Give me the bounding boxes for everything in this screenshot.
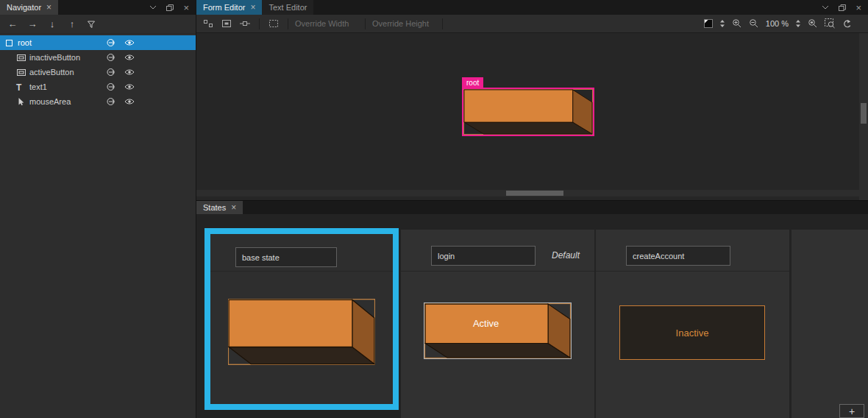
zoom-controls: 100 % — [704, 18, 864, 29]
panel-menu-chevron-icon[interactable] — [822, 5, 829, 10]
card-separator — [596, 271, 789, 272]
state-name-field[interactable]: base state — [235, 247, 337, 267]
reset-view-icon[interactable] — [842, 19, 853, 29]
mouse-area-cursor-icon — [16, 97, 26, 107]
tree-item-activeButton[interactable]: activeButton — [0, 65, 196, 79]
canvas-hscrollbar[interactable] — [196, 190, 859, 196]
form-editor-canvas[interactable]: root — [196, 33, 868, 200]
state-thumbnail-createAccount[interactable]: Inactive — [619, 305, 765, 360]
state-card-createAccount[interactable]: createAccount Inactive — [596, 230, 789, 418]
no-snapping-icon[interactable] — [201, 19, 216, 28]
snap-with-anchors-icon[interactable] — [238, 19, 252, 28]
tree-item-label: text1 — [29, 82, 47, 91]
close-panel-icon[interactable]: × — [855, 2, 861, 13]
tab-form-editor[interactable]: Form Editor × — [196, 0, 262, 15]
navigator-tabstrip: Navigator × × — [0, 0, 196, 15]
state-name-field[interactable]: createAccount — [626, 246, 730, 266]
base-button-graphic — [228, 299, 375, 365]
zoom-fit-icon[interactable] — [825, 18, 836, 29]
toolbar-separator — [442, 18, 443, 29]
tab-form-editor-close-icon[interactable]: × — [250, 3, 255, 12]
override-width-input[interactable] — [295, 19, 358, 28]
visibility-eye-icon[interactable] — [124, 39, 135, 46]
visibility-eye-icon[interactable] — [124, 68, 135, 76]
vscrollbar-thumb[interactable] — [861, 103, 867, 124]
navigator-strip-icons: × — [143, 0, 196, 15]
state-card-login[interactable]: login Default Active — [401, 230, 594, 418]
rectangle-item-icon — [4, 38, 15, 48]
state-name-field[interactable]: login — [431, 246, 536, 266]
export-toggle-icon[interactable] — [106, 38, 116, 47]
selected-item-root[interactable]: root — [462, 88, 594, 136]
tab-navigator[interactable]: Navigator × — [0, 0, 58, 15]
tree-item-label: activeButton — [29, 68, 74, 77]
tab-states-close-icon[interactable]: × — [231, 203, 236, 212]
tree-item-inactiveButton[interactable]: inactiveButton — [0, 50, 196, 65]
text-item-icon: T — [16, 82, 26, 93]
state-card-empty[interactable] — [791, 230, 868, 418]
panel-menu-chevron-icon[interactable] — [149, 5, 157, 10]
tab-text-editor-label: Text Editor — [268, 3, 307, 12]
tab-states-label: States — [203, 203, 226, 212]
tab-form-editor-label: Form Editor — [203, 3, 245, 12]
states-tabstrip: States × — [196, 200, 868, 214]
editor-strip-icons: × — [815, 0, 868, 15]
root-button-graphic — [463, 89, 593, 135]
active-button-label: Active — [424, 303, 547, 344]
tab-navigator-close-icon[interactable]: × — [46, 3, 51, 12]
editor-tabstrip: Form Editor × Text Editor × — [196, 0, 868, 15]
filter-icon[interactable] — [87, 20, 97, 29]
close-panel-icon[interactable]: × — [183, 2, 189, 13]
navigator-panel: Navigator × × ← → ↓ ↑ root — [0, 0, 196, 418]
hscrollbar-thumb[interactable] — [506, 191, 563, 196]
toolbar-separator — [365, 18, 366, 29]
nav-back-icon[interactable]: ← — [7, 18, 18, 29]
default-state-badge: Default — [552, 250, 580, 261]
tab-text-editor[interactable]: Text Editor — [262, 0, 313, 15]
visibility-eye-icon[interactable] — [124, 83, 135, 91]
show-bounding-rects-icon[interactable] — [266, 19, 281, 28]
tree-item-mouseArea[interactable]: mouseArea — [0, 94, 196, 109]
swatch-stepper-icon[interactable] — [719, 19, 725, 28]
nav-move-down-icon[interactable]: ↓ — [47, 18, 57, 29]
card-separator — [210, 271, 393, 272]
export-toggle-icon[interactable] — [106, 82, 116, 91]
form-editor-toolbar: 100 % — [196, 15, 868, 33]
override-height-input[interactable] — [372, 19, 435, 28]
export-toggle-icon[interactable] — [106, 53, 116, 62]
states-strip: base state login Default — [196, 214, 868, 418]
zoom-stepper-icon[interactable] — [795, 19, 801, 28]
zoom-level-value[interactable]: 100 % — [766, 19, 789, 28]
tree-item-text1[interactable]: T text1 — [0, 79, 196, 94]
tab-states[interactable]: States × — [196, 201, 243, 214]
navigator-tree: root inactiveButton activeBu — [0, 35, 196, 109]
toolbar-separator — [288, 18, 288, 29]
canvas-vscrollbar[interactable] — [859, 33, 868, 200]
snap-to-parent-icon[interactable] — [219, 19, 234, 28]
float-panel-icon[interactable] — [838, 4, 847, 12]
export-toggle-icon[interactable] — [106, 97, 116, 106]
export-toggle-icon[interactable] — [106, 68, 116, 77]
border-image-icon — [16, 68, 26, 77]
state-name-text: base state — [242, 253, 280, 262]
selection-label: root — [462, 77, 483, 89]
tree-item-label: inactiveButton — [29, 53, 80, 62]
nav-forward-icon[interactable]: → — [27, 18, 38, 29]
inactive-button-label: Inactive — [676, 327, 709, 339]
zoom-selection-icon[interactable] — [808, 18, 818, 29]
state-name-text: login — [438, 252, 455, 261]
card-separator — [401, 271, 594, 272]
zoom-in-icon[interactable] — [732, 18, 742, 29]
add-state-button[interactable]: + — [839, 404, 864, 418]
visibility-eye-icon[interactable] — [124, 54, 135, 61]
tree-item-label: mouseArea — [29, 97, 71, 106]
canvas-color-swatch[interactable] — [704, 19, 713, 28]
state-thumbnail-base[interactable] — [228, 299, 375, 365]
zoom-out-icon[interactable] — [749, 18, 759, 29]
state-card-base-state[interactable]: base state — [204, 228, 399, 410]
nav-move-up-icon[interactable]: ↑ — [67, 18, 77, 29]
tree-item-root[interactable]: root — [0, 35, 196, 50]
state-thumbnail-login[interactable]: Active — [424, 302, 572, 359]
visibility-eye-icon[interactable] — [124, 98, 135, 105]
float-panel-icon[interactable] — [166, 4, 174, 12]
